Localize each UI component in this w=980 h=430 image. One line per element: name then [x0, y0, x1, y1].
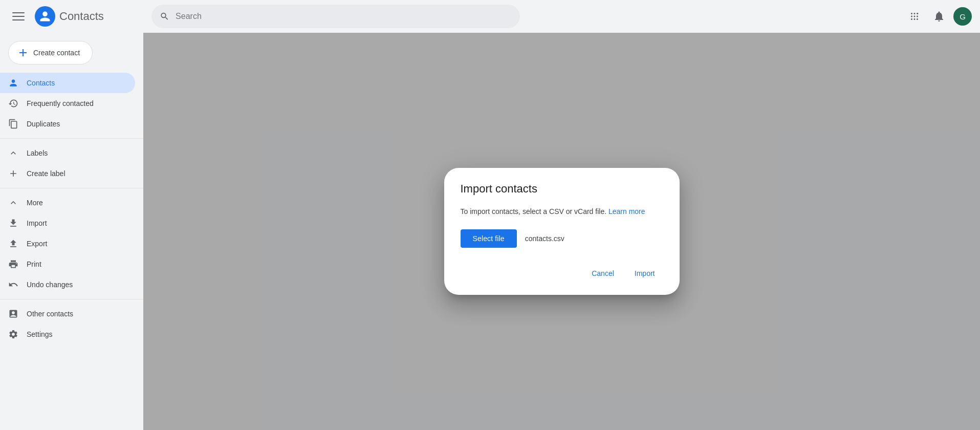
history-icon — [8, 98, 18, 109]
labels-section-header[interactable]: Labels — [0, 143, 143, 163]
import-icon — [8, 218, 18, 228]
frequently-contacted-label: Frequently contacted — [27, 99, 94, 107]
dialog-title: Import contacts — [461, 182, 663, 196]
sidebar-item-frequently-contacted[interactable]: Frequently contacted — [0, 93, 135, 114]
file-name: contacts.csv — [525, 234, 564, 243]
sidebar-item-duplicates[interactable]: Duplicates — [0, 114, 135, 134]
layout: Create contact Contacts Frequently conta… — [0, 33, 980, 430]
sidebar-item-contacts[interactable]: Contacts — [0, 73, 135, 93]
other-contacts-icon — [8, 309, 18, 319]
header-right: G — [904, 6, 972, 27]
export-icon — [8, 239, 18, 249]
plus-icon — [17, 47, 29, 59]
labels-label: Labels — [27, 149, 48, 157]
import-label: Import — [27, 219, 47, 227]
chevron-up-2-icon — [8, 198, 18, 208]
create-label-text: Create label — [27, 169, 66, 178]
export-label: Export — [27, 240, 47, 248]
more-section-header[interactable]: More — [0, 192, 143, 213]
sidebar-item-import[interactable]: Import — [0, 213, 135, 233]
app-avatar — [35, 6, 55, 27]
header-left: Contacts — [8, 6, 151, 27]
create-contact-button[interactable]: Create contact — [8, 41, 93, 64]
cancel-button[interactable]: Cancel — [583, 264, 622, 283]
dialog-file-row: Select file contacts.csv — [461, 229, 663, 248]
import-button[interactable]: Import — [626, 264, 663, 283]
user-avatar[interactable]: G — [953, 7, 972, 26]
print-icon — [8, 259, 18, 269]
duplicates-icon — [8, 119, 18, 129]
select-file-button[interactable]: Select file — [461, 229, 517, 248]
menu-icon[interactable] — [8, 6, 29, 27]
svg-rect-2 — [12, 19, 25, 20]
learn-more-link[interactable]: Learn more — [608, 207, 645, 216]
notifications-icon[interactable] — [929, 6, 949, 27]
sidebar-item-create-label[interactable]: Create label — [0, 163, 135, 184]
duplicates-label: Duplicates — [27, 120, 60, 128]
contacts-icon — [8, 78, 18, 88]
contacts-label: Contacts — [27, 79, 55, 87]
undo-changes-label: Undo changes — [27, 281, 73, 289]
more-label: More — [27, 199, 43, 207]
apps-icon[interactable] — [904, 6, 925, 27]
divider-1 — [0, 138, 143, 139]
undo-icon — [8, 280, 18, 290]
sidebar-item-other-contacts[interactable]: Other contacts — [0, 304, 135, 324]
sidebar-item-export[interactable]: Export — [0, 233, 135, 254]
search-bar[interactable] — [151, 5, 520, 28]
main-content: Create contact Import contacts Import co… — [143, 33, 980, 430]
divider-2 — [0, 188, 143, 188]
divider-3 — [0, 299, 143, 299]
sidebar-item-undo-changes[interactable]: Undo changes — [0, 274, 135, 295]
search-input[interactable] — [176, 12, 512, 21]
sidebar-item-settings[interactable]: Settings — [0, 324, 135, 345]
dialog-actions: Cancel Import — [461, 264, 663, 283]
svg-rect-1 — [12, 16, 25, 17]
create-contact-label: Create contact — [33, 49, 80, 57]
import-contacts-dialog: Import contacts To import contacts, sele… — [444, 168, 680, 295]
dialog-body-text: To import contacts, select a CSV or vCar… — [461, 207, 607, 216]
chevron-up-icon — [8, 148, 18, 158]
add-icon — [8, 168, 18, 179]
dialog-body: To import contacts, select a CSV or vCar… — [461, 206, 663, 217]
other-contacts-label: Other contacts — [27, 310, 73, 318]
user-initial: G — [960, 12, 966, 21]
settings-label: Settings — [27, 330, 53, 338]
app-logo: Contacts — [35, 6, 104, 27]
modal-overlay[interactable]: Import contacts To import contacts, sele… — [143, 33, 980, 430]
search-icon — [160, 11, 169, 22]
settings-icon — [8, 329, 18, 339]
sidebar-item-print[interactable]: Print — [0, 254, 135, 274]
header: Contacts G — [0, 0, 980, 33]
svg-rect-0 — [12, 12, 25, 13]
sidebar: Create contact Contacts Frequently conta… — [0, 33, 143, 430]
app-title: Contacts — [59, 10, 104, 23]
print-label: Print — [27, 260, 41, 268]
